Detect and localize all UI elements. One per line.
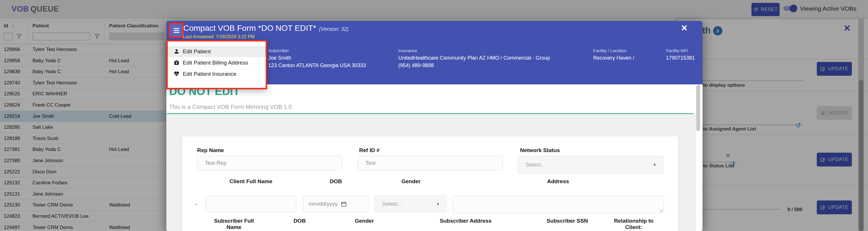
chevron-down-icon: ▼ [436,202,440,206]
resize-handle-icon[interactable] [659,209,663,212]
menu-item-edit-insurance[interactable]: Edit Patient Insurance [168,68,266,80]
relationship-label: Relationship to Client: [610,218,658,230]
client-dob-label: DOB [330,178,342,184]
insurance-plan: UnitedHealthcare Community Plan AZ HMO /… [398,54,550,62]
rep-name-label: Rep Name [197,147,224,153]
form-subheading: This is a Compact VOB Form Mirroring VOB… [169,104,292,110]
modal-version: (Version: 32) [319,26,348,32]
menu-item-edit-patient[interactable]: Edit Patient [168,46,266,57]
facility-block: Facility / Location Recovery Haven / [593,48,634,62]
client-dob-input[interactable]: mm/dd/yyyy [303,196,368,212]
subscriber-gender-label: Gender [355,218,374,224]
facility-value: Recovery Haven / [593,54,634,62]
last-answered: Last Answered: 7/18/2024 3:22 PM [183,34,255,39]
client-address-textarea[interactable] [453,196,664,213]
calendar-icon [341,201,346,207]
menu-item-edit-billing-address[interactable]: Edit Patient Billing Address [168,57,266,68]
client-name-label: Client Full Name [230,178,273,184]
subscriber-ssn-label: Subscriber SSN [547,218,588,224]
facility-npi-block: Facility NPI 1790715381 [666,48,695,62]
hamburger-menu-button[interactable] [170,24,183,36]
insurance-phone: (954) 489-9898 [398,62,550,69]
menu-highlight-box: Edit Patient Edit Patient Billing Addres… [166,40,267,89]
modal-title: Compact VOB Form *DO NOT EDIT*(Version: … [183,24,348,33]
subscriber-address-label: Subscriber Address [440,218,492,224]
client-address-label: Address [547,178,569,184]
subscriber-name-label: Subscriber Full Name [211,218,257,230]
facility-npi-value: 1790715381 [666,54,695,62]
subscriber-address: 123 Canton ATLANTA Georgia USA 30333 [268,62,366,69]
person-icon [174,49,179,54]
edit-dropdown-menu: Edit Patient Edit Patient Billing Addres… [168,41,266,88]
network-status-select[interactable]: Select... ▼ [518,156,663,174]
rep-name-input[interactable] [197,156,342,170]
subscriber-label: Subscriber [268,48,366,53]
form-card: Rep Name Ref ID # Network Status Select.… [182,136,679,231]
client-name-input[interactable] [206,196,296,212]
client-gender-label: Gender [401,178,421,184]
modal-scrollbar-thumb[interactable] [696,85,700,131]
subscriber-block: Subscriber Joe Smith 123 Canton ATLANTA … [268,48,366,69]
insurance-block: Insurance UnitedHealthcare Community Pla… [398,48,550,69]
client-gender-select[interactable]: Select... ▼ [374,196,446,212]
dash-text: - [195,201,197,208]
facility-label: Facility / Location [593,48,634,53]
subscriber-dob-label: DOB [293,218,306,224]
chevron-down-icon: ▼ [653,163,656,167]
medical-bag-icon [174,60,179,65]
facility-npi-label: Facility NPI [666,48,695,53]
modal-close-icon[interactable]: × [681,23,687,33]
heart-pulse-icon [174,71,179,77]
vob-queue-screen: VOBQUEUE ↺ RESET Viewing Active VOBs Id … [0,0,868,231]
ref-id-label: Ref ID # [359,147,380,153]
menu-highlight-box [169,23,184,38]
ref-id-input[interactable] [358,156,502,170]
network-status-label: Network Status [520,147,560,153]
insurance-label: Insurance [398,48,550,53]
subscriber-name: Joe Smith [268,54,366,62]
